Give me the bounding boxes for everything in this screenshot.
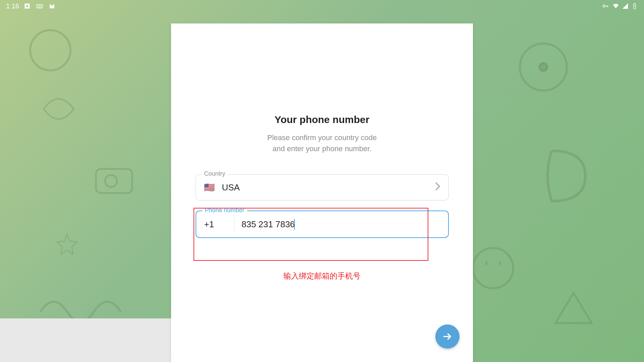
signal-icon [622,3,629,9]
svg-point-4 [539,63,547,71]
page-subtitle: Please confirm your country code and ent… [267,132,377,154]
svg-rect-16 [634,3,635,4]
field-divider [234,218,235,231]
status-time: 1:16 [6,2,19,10]
phone-number-input[interactable]: 835 231 7836 [241,219,295,230]
country-name: USA [222,182,435,193]
svg-rect-8 [37,5,43,8]
phone-field[interactable]: Phone number +1 835 231 7836 [196,210,449,238]
battery-icon [631,3,638,9]
country-selector[interactable]: 🇺🇸 USA [196,174,449,200]
svg-point-5 [473,248,513,288]
vpn-key-icon [601,3,610,9]
svg-rect-13 [38,7,41,7]
svg-point-14 [603,5,605,7]
country-label: Country [202,170,228,177]
login-card: Your phone number Please confirm your co… [171,23,473,362]
phone-label: Phone number [202,207,247,214]
country-code-input[interactable]: +1 [204,219,234,230]
arrow-right-icon [442,331,453,342]
svg-rect-9 [38,5,38,6]
svg-rect-1 [96,169,132,193]
svg-rect-10 [39,5,39,6]
annotation-hint-text: 输入绑定邮箱的手机号 [195,271,449,281]
phone-field-wrapper: Phone number +1 835 231 7836 [196,210,449,238]
bottom-navigation-bar [0,318,171,362]
svg-rect-12 [41,5,42,6]
svg-point-2 [105,175,117,187]
text-cursor [294,219,295,230]
submit-button[interactable] [435,324,460,349]
status-bar: 1:16 A [0,0,644,12]
language-icon: A [24,3,31,9]
keyboard-icon [35,3,44,9]
country-flag-icon: 🇺🇸 [204,182,215,193]
country-field-wrapper: Country 🇺🇸 USA [196,174,449,200]
wifi-icon [612,3,619,9]
cat-icon [49,3,55,9]
svg-text:A: A [26,4,29,8]
svg-point-0 [30,30,70,70]
page-title: Your phone number [275,114,370,125]
svg-rect-11 [40,5,41,6]
chevron-right-icon [435,182,440,193]
